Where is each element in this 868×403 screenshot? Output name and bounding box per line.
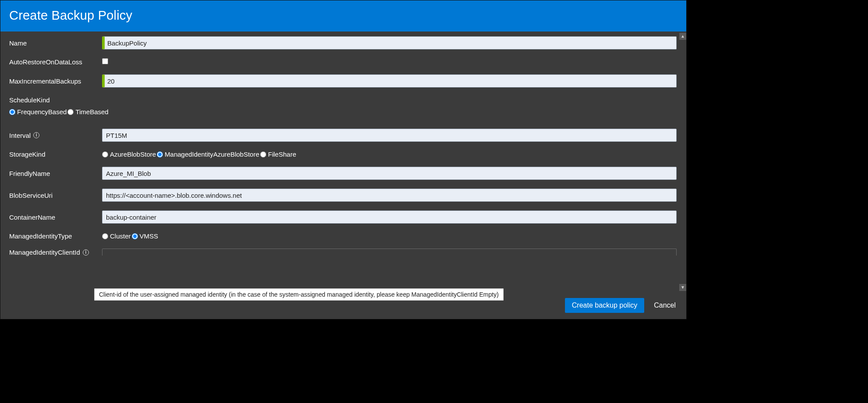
blobserviceuri-input[interactable] xyxy=(102,189,677,202)
label-managedidentityclientid-text: ManagedIdentityClientId xyxy=(9,249,80,256)
row-name: Name xyxy=(9,36,677,49)
info-icon[interactable]: i xyxy=(83,249,89,256)
row-storagekind: StorageKind AzureBlobStore ManagedIdenti… xyxy=(9,151,677,158)
storagekind-radio-group: AzureBlobStore ManagedIdentityAzureBlobS… xyxy=(102,151,677,158)
label-managedidentitytype: ManagedIdentityType xyxy=(9,232,102,240)
dialog-body: Name AutoRestoreOnDataLoss MaxIncrementa… xyxy=(0,33,679,291)
managedidentitytype-radio-group: Cluster VMSS xyxy=(102,232,677,240)
radio-frequencybased[interactable]: FrequencyBased xyxy=(9,108,67,116)
radio-timebased[interactable]: TimeBased xyxy=(67,108,108,116)
label-storagekind: StorageKind xyxy=(9,151,102,158)
managedidentityclientid-input[interactable] xyxy=(102,249,677,256)
radio-fileshare-label: FileShare xyxy=(268,151,296,158)
scroll-down-arrow-icon[interactable]: ▼ xyxy=(679,284,686,291)
row-autorestore: AutoRestoreOnDataLoss xyxy=(9,58,677,66)
row-interval: Interval i xyxy=(9,129,677,142)
row-maxincremental: MaxIncrementalBackups xyxy=(9,74,677,88)
row-schedulekind-radios: FrequencyBased TimeBased xyxy=(9,108,677,116)
radio-frequencybased-label: FrequencyBased xyxy=(17,108,67,116)
create-backup-policy-dialog: Create Backup Policy Name AutoRestoreOnD… xyxy=(0,0,687,319)
tooltip-managedidentityclientid: Client-id of the user-assigned managed i… xyxy=(94,288,504,301)
radio-cluster-input[interactable] xyxy=(102,233,108,239)
radio-vmss[interactable]: VMSS xyxy=(132,232,159,240)
scrollbar[interactable]: ▲ ▼ xyxy=(679,33,686,291)
containername-input[interactable] xyxy=(102,210,677,224)
row-managedidentityclientid: ManagedIdentityClientId i xyxy=(9,249,677,256)
info-icon[interactable]: i xyxy=(33,132,39,138)
friendlyname-input[interactable] xyxy=(102,167,677,180)
dialog-title: Create Backup Policy xyxy=(9,8,677,23)
radio-azureblobstore-label: AzureBlobStore xyxy=(110,151,156,158)
radio-timebased-input[interactable] xyxy=(67,109,74,115)
label-maxincremental: MaxIncrementalBackups xyxy=(9,77,102,85)
radio-miblobstore-label: ManagedIdentityAzureBlobStore xyxy=(165,151,259,158)
maxincremental-input[interactable] xyxy=(102,74,677,88)
radio-timebased-label: TimeBased xyxy=(75,108,108,116)
radio-miblobstore[interactable]: ManagedIdentityAzureBlobStore xyxy=(157,151,259,158)
cancel-button[interactable]: Cancel xyxy=(652,298,677,313)
dialog-titlebar: Create Backup Policy xyxy=(0,0,686,32)
radio-fileshare-input[interactable] xyxy=(260,151,266,158)
label-autorestore: AutoRestoreOnDataLoss xyxy=(9,58,102,66)
label-name: Name xyxy=(9,39,102,47)
autorestore-checkbox[interactable] xyxy=(102,58,108,64)
create-backup-policy-button[interactable]: Create backup policy xyxy=(565,298,644,313)
name-input[interactable] xyxy=(102,36,677,49)
label-interval: Interval i xyxy=(9,132,102,139)
row-blobserviceuri: BlobServiceUri xyxy=(9,189,677,202)
label-containername: ContainerName xyxy=(9,214,102,221)
radio-miblobstore-input[interactable] xyxy=(157,151,163,158)
schedulekind-radio-group: FrequencyBased TimeBased xyxy=(9,108,109,116)
radio-frequencybased-input[interactable] xyxy=(9,109,15,115)
radio-vmss-label: VMSS xyxy=(140,232,159,240)
scroll-up-arrow-icon[interactable]: ▲ xyxy=(679,33,686,40)
label-friendlyname: FriendlyName xyxy=(9,170,102,177)
radio-fileshare[interactable]: FileShare xyxy=(260,151,296,158)
label-managedidentityclientid: ManagedIdentityClientId i xyxy=(9,249,102,256)
radio-cluster[interactable]: Cluster xyxy=(102,232,131,240)
radio-cluster-label: Cluster xyxy=(110,232,131,240)
label-interval-text: Interval xyxy=(9,132,31,139)
row-containername: ContainerName xyxy=(9,210,677,224)
label-schedulekind: ScheduleKind xyxy=(9,96,677,104)
row-managedidentitytype: ManagedIdentityType Cluster VMSS xyxy=(9,232,677,240)
radio-azureblobstore[interactable]: AzureBlobStore xyxy=(102,151,156,158)
radio-vmss-input[interactable] xyxy=(132,233,138,239)
label-blobserviceuri: BlobServiceUri xyxy=(9,192,102,199)
radio-azureblobstore-input[interactable] xyxy=(102,151,108,158)
row-friendlyname: FriendlyName xyxy=(9,167,677,180)
interval-input[interactable] xyxy=(102,129,677,142)
